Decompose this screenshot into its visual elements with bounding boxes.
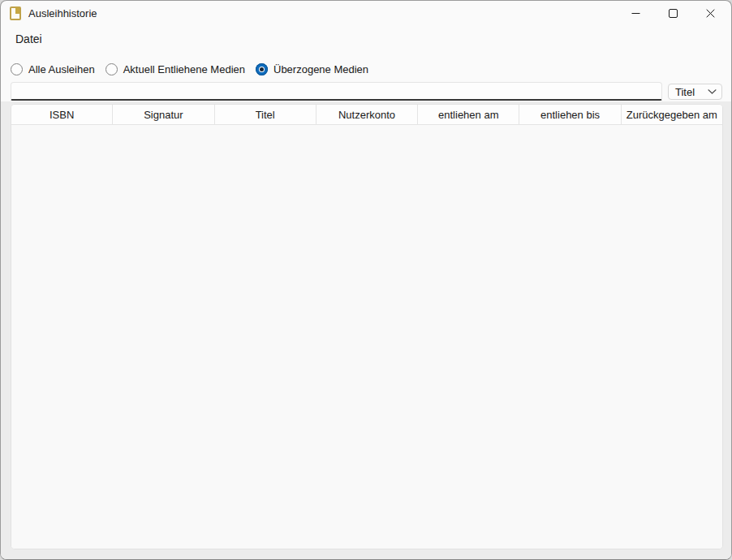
titlebar: Ausleihhistorie [1,1,731,25]
window-title: Ausleihhistorie [28,7,97,19]
radio-circle-selected-icon [256,63,268,75]
column-header-entliehen-bis[interactable]: entliehen bis [519,105,621,124]
radio-circle-icon [105,63,118,75]
caption-buttons [617,1,729,25]
column-header-nutzerkonto[interactable]: Nutzerkonto [316,105,418,124]
radio-aktuell-entliehene-medien[interactable]: Aktuell Entliehene Medien [105,63,245,75]
search-scope-dropdown[interactable]: Titel [668,84,722,100]
radio-label: Aktuell Entliehene Medien [123,63,245,75]
radio-alle-ausleihen[interactable]: Alle Ausleihen [11,63,95,75]
radio-ueberzogene-medien[interactable]: Überzogene Medien [256,63,368,75]
loans-table: ISBN Signatur Titel Nutzerkonto entliehe… [11,104,723,549]
filter-radio-group: Alle Ausleihen Aktuell Entliehene Medien… [11,58,368,80]
radio-circle-icon [11,63,23,75]
column-header-titel[interactable]: Titel [215,105,316,124]
maximize-button[interactable] [654,1,691,25]
menu-item-datei[interactable]: Datei [11,29,47,49]
column-header-zurueckgegeben-am[interactable]: Zurückgegeben am [622,105,722,124]
close-icon [706,9,715,18]
column-header-signatur[interactable]: Signatur [113,105,214,124]
maximize-icon [669,9,678,18]
close-button[interactable] [691,1,729,25]
chevron-down-icon [708,89,717,94]
app-window: Ausleihhistorie Datei [0,0,732,560]
column-header-entliehen-am[interactable]: entliehen am [418,105,519,124]
radio-label: Überzogene Medien [273,63,368,75]
radio-label: Alle Ausleihen [28,63,95,75]
book-app-icon [10,6,21,20]
table-header-row: ISBN Signatur Titel Nutzerkonto entliehe… [11,105,722,125]
search-input[interactable] [11,82,662,101]
minimize-button[interactable] [617,1,654,25]
table-body-empty [11,125,722,549]
column-header-isbn[interactable]: ISBN [11,105,113,124]
menubar: Datei [1,28,731,50]
minimize-icon [631,9,640,18]
scope-selected-value: Titel [675,86,695,98]
